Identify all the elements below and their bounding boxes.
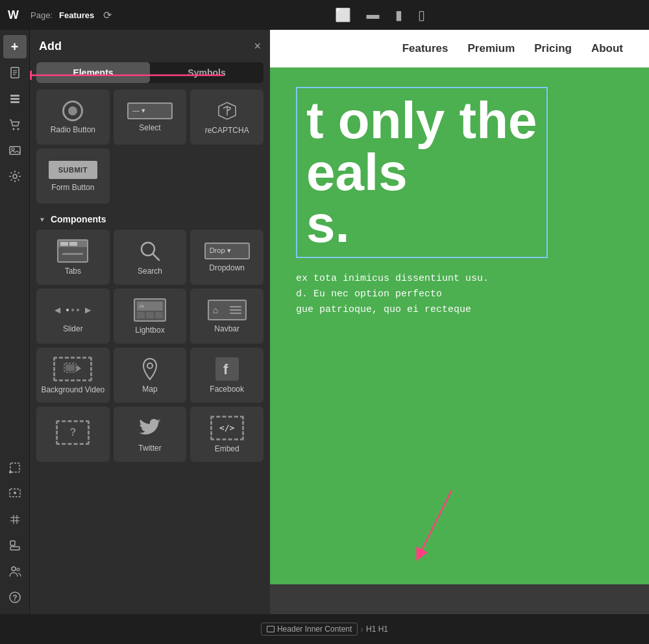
hero-body-text: ex tota inimicus dissentiunt usu. d. Eu …	[296, 271, 623, 318]
recaptcha-icon	[216, 100, 238, 122]
element-select[interactable]: — ▾ Select	[114, 89, 187, 145]
device-switcher: ⬜ ▬ ▮ ▯	[118, 5, 641, 25]
map-icon	[140, 357, 160, 381]
tab-elements[interactable]: Elements	[36, 62, 150, 83]
breadcrumb-box-icon	[267, 626, 275, 632]
hero-text-box[interactable]: t only the eals s.	[296, 87, 548, 258]
svg-rect-31	[66, 364, 75, 371]
svg-point-23	[17, 568, 19, 571]
facebook-label: Facebook	[210, 385, 244, 394]
lightbox-label: Lightbox	[135, 326, 164, 335]
map-label: Map	[142, 385, 157, 394]
tablet-landscape-device-button[interactable]: ▬	[364, 5, 382, 25]
navbar-icon: ⌂	[208, 300, 247, 320]
svg-point-27	[141, 243, 154, 256]
element-slider[interactable]: ◀ ▶ Slider	[36, 289, 110, 344]
svg-text:f: f	[223, 361, 228, 377]
search-icon	[138, 239, 162, 263]
help-tool[interactable]: ?	[3, 586, 27, 609]
element-background-video[interactable]: Background Video	[36, 348, 110, 403]
hero-h1-line1: t only the	[306, 95, 537, 147]
select-icon-text: — ▾	[132, 106, 145, 115]
dropdown-icon-text: Drop ▾	[210, 246, 231, 255]
svg-rect-12	[10, 463, 19, 472]
preview-tool[interactable]	[3, 482, 27, 505]
top-bar: W Page: Features ⟳ ⬜ ▬ ▮ ▯	[0, 0, 649, 30]
desktop-device-button[interactable]: ⬜	[332, 5, 354, 25]
nav-premium[interactable]: Premium	[468, 42, 515, 55]
pages-tool[interactable]	[3, 61, 27, 84]
mobile-device-button[interactable]: ▯	[415, 5, 428, 25]
element-navbar[interactable]: ⌂ Navbar	[190, 289, 263, 344]
ecommerce-tool[interactable]	[3, 113, 27, 136]
dropdown-label: Dropdown	[209, 263, 245, 272]
element-lightbox[interactable]: Lightbox	[114, 289, 187, 344]
page-settings-icon[interactable]: ⟳	[103, 9, 112, 21]
nav-pricing[interactable]: Pricing	[534, 42, 572, 55]
add-panel: Add × Elements Symbols Radio Button	[30, 30, 270, 614]
main-area: + ?	[0, 30, 649, 614]
users-tool[interactable]	[3, 560, 27, 583]
nav-about[interactable]: About	[591, 42, 623, 55]
breadcrumb-header-inner-content[interactable]: Header Inner Content	[261, 623, 358, 636]
svg-marker-30	[77, 365, 81, 372]
layers2-tool[interactable]	[3, 534, 27, 557]
unknown-icon: ?	[56, 420, 90, 445]
panel-title: Add	[39, 40, 62, 53]
components-section-header[interactable]: ▼ Components	[36, 209, 263, 230]
element-form-button[interactable]: SUBMIT Form Button	[36, 149, 110, 204]
site-nav: Features Premium Pricing About	[270, 30, 649, 67]
panel-close-button[interactable]: ×	[254, 40, 261, 53]
select-frame-tool[interactable]	[3, 456, 27, 479]
panel-header: Add ×	[30, 30, 270, 62]
tablet-portrait-device-button[interactable]: ▮	[393, 5, 405, 25]
canvas-area: Features Premium Pricing About t only th…	[270, 30, 649, 614]
svg-line-28	[153, 254, 159, 260]
media-tool[interactable]	[3, 139, 27, 162]
svg-point-11	[13, 174, 17, 178]
embed-code-text: </>	[219, 423, 234, 433]
components-label: Components	[51, 214, 106, 224]
tabs-icon	[57, 239, 88, 263]
settings-tool[interactable]	[3, 165, 27, 188]
element-twitter[interactable]: Twitter	[114, 407, 187, 462]
svg-point-7	[12, 128, 14, 130]
element-search[interactable]: Search	[114, 230, 187, 285]
element-embed[interactable]: </> Embed	[190, 407, 263, 462]
site-hero: t only the eals s. ex tota inimicus diss…	[270, 67, 649, 337]
svg-rect-9	[10, 147, 20, 154]
form-button-label: Form Button	[51, 183, 94, 192]
embed-icon: </>	[210, 416, 244, 440]
grid-tool[interactable]	[3, 508, 27, 531]
radio-button-icon	[62, 101, 83, 121]
page-label: Page:	[31, 10, 53, 20]
nav-features[interactable]: Features	[402, 42, 448, 55]
element-unknown[interactable]: ?	[36, 407, 110, 462]
element-radio-button[interactable]: Radio Button	[36, 89, 110, 145]
element-facebook[interactable]: f Facebook	[190, 348, 263, 403]
embed-label: Embed	[215, 444, 239, 453]
add-element-button[interactable]: +	[3, 35, 27, 58]
lightbox-icon	[134, 298, 166, 322]
breadcrumb: Header Inner Content › H1 H1	[261, 623, 388, 636]
element-map[interactable]: Map	[114, 348, 187, 403]
breadcrumb-label-2: H1 H1	[366, 625, 388, 634]
twitter-icon	[138, 416, 162, 440]
svg-text:?: ?	[12, 593, 17, 602]
navbar-label: Navbar	[214, 324, 239, 333]
facebook-icon: f	[215, 357, 239, 381]
dropdown-icon: Drop ▾	[204, 243, 250, 259]
svg-rect-20	[10, 547, 19, 550]
element-tabs[interactable]: Tabs	[36, 230, 110, 285]
svg-rect-4	[10, 95, 19, 97]
form-elements-grid: Radio Button — ▾ Select	[36, 89, 263, 204]
element-recaptcha[interactable]: reCAPTCHA	[190, 89, 263, 145]
recaptcha-label: reCAPTCHA	[205, 126, 249, 135]
bgvideo-label: Background Video	[41, 385, 104, 394]
element-dropdown[interactable]: Drop ▾ Dropdown	[190, 230, 263, 285]
svg-point-22	[12, 567, 16, 571]
tab-symbols[interactable]: Symbols	[150, 62, 263, 83]
layers-tool[interactable]	[3, 87, 27, 110]
radio-button-label: Radio Button	[51, 125, 95, 134]
form-button-icon: SUBMIT	[49, 161, 97, 179]
